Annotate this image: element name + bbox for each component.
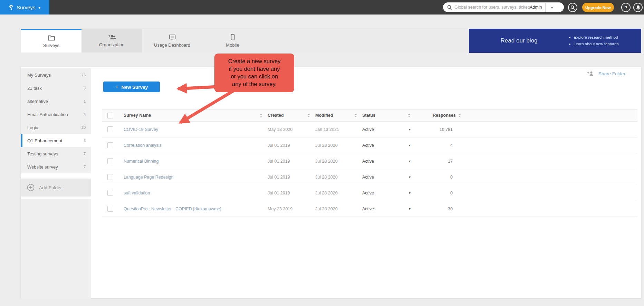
- search-icon: [570, 5, 575, 10]
- add-folder-label: Add Folder: [39, 185, 62, 190]
- header-modified: Modified: [310, 113, 357, 118]
- modified-date: Jul 28 2020: [315, 207, 338, 211]
- sidebar-folder-item[interactable]: alternative1: [21, 95, 91, 108]
- notifications-button[interactable]: [633, 3, 643, 12]
- header-created: Created: [262, 113, 310, 118]
- folder-count: 9: [84, 86, 86, 90]
- row-checkbox[interactable]: [107, 190, 113, 196]
- status-dropdown-caret[interactable]: ▾: [409, 159, 411, 163]
- folder-count: 6: [84, 138, 86, 143]
- folder-count: 7: [84, 152, 86, 156]
- modified-date: Jul 28 2020: [315, 159, 338, 164]
- tab-label: Usage Dashboard: [154, 42, 190, 48]
- sidebar-folder-item[interactable]: Email Authentication4: [21, 108, 91, 121]
- table-row: COVID-19 SurveyMay 13 2020Jan 13 2021Act…: [102, 122, 637, 137]
- sidebar-folder-item[interactable]: Website survey7: [21, 160, 91, 173]
- share-folder-label: Share Folder: [598, 71, 625, 76]
- questionpro-logo-icon: ?: [9, 4, 13, 11]
- sidebar-filler: [21, 199, 91, 299]
- folder-label: 21 task: [27, 86, 42, 91]
- tab-organization[interactable]: Organization: [81, 29, 142, 52]
- row-checkbox[interactable]: [107, 158, 113, 164]
- product-switcher[interactable]: ? Surveys ▾: [0, 0, 49, 15]
- new-survey-button[interactable]: +New Survey: [103, 82, 160, 92]
- modified-date: Jul 28 2020: [315, 143, 338, 148]
- chevron-down-icon: ▾: [38, 6, 40, 10]
- survey-name-link[interactable]: QuestionPro : Newsletter - COPIED [dtuko…: [124, 207, 221, 211]
- sidebar-folder-item[interactable]: Logic20: [21, 121, 91, 134]
- status-dropdown-caret[interactable]: ▾: [409, 191, 411, 195]
- table-row: QuestionPro : Newsletter - COPIED [dtuko…: [102, 201, 637, 217]
- folder-label: My Surveys: [27, 73, 51, 78]
- survey-name-link[interactable]: COVID-19 Survey: [124, 127, 158, 132]
- status-label: Active: [362, 143, 374, 148]
- row-checkbox[interactable]: [107, 174, 113, 180]
- folder-label: Email Authentication: [27, 112, 68, 117]
- responses-count: 0: [415, 191, 453, 195]
- row-checkbox[interactable]: [107, 206, 113, 212]
- survey-name-link[interactable]: Language Page Redesign: [124, 175, 174, 180]
- status-dropdown-caret[interactable]: ▾: [409, 207, 411, 211]
- sidebar-folder-item[interactable]: Q1 Enhancement6: [21, 134, 91, 147]
- created-date: Jul 01 2019: [268, 143, 290, 148]
- sort-icon[interactable]: [354, 114, 357, 117]
- survey-name-link[interactable]: Correlation analysis: [124, 143, 162, 148]
- sort-icon[interactable]: [260, 114, 262, 117]
- modified-date: Jan 13 2021: [315, 127, 339, 132]
- people-plus-icon: [108, 34, 116, 40]
- tab-surveys[interactable]: Surveys: [21, 29, 81, 52]
- header-survey-name: Survey Name: [118, 113, 262, 118]
- responses-count: 30: [415, 207, 453, 211]
- search-scope-dropdown[interactable]: ▾: [546, 6, 558, 9]
- sort-icon[interactable]: [307, 114, 310, 117]
- folder-label: Website survey: [27, 164, 58, 170]
- sidebar-folder-item[interactable]: Testing surveys7: [21, 147, 91, 160]
- table-header-row: Survey Name Created Modified Status Resp…: [102, 109, 637, 122]
- sidebar-folder-item[interactable]: 21 task9: [21, 82, 91, 95]
- folder-label: Logic: [27, 125, 38, 130]
- user-scope-label: Admin: [530, 5, 542, 10]
- select-all-checkbox[interactable]: [107, 113, 113, 118]
- search-icon: [447, 5, 452, 10]
- header-checkbox-cell: [102, 113, 118, 118]
- folder-label: Q1 Enhancement: [27, 138, 62, 143]
- plus-icon: +: [115, 84, 118, 90]
- content-card: My Surveys7621 task9alternative1Email Au…: [21, 67, 641, 298]
- read-our-blog-banner[interactable]: Read our blog Explore research method Le…: [469, 29, 641, 53]
- chevron-down-icon: ▾: [551, 6, 553, 9]
- modified-date: Jul 28 2020: [315, 191, 338, 195]
- created-date: Jul 01 2019: [268, 175, 290, 180]
- blog-bullet-item[interactable]: Explore research method: [569, 34, 641, 41]
- row-checkbox[interactable]: [107, 126, 113, 132]
- tab-label: Surveys: [43, 43, 59, 48]
- status-label: Active: [362, 191, 374, 195]
- row-checkbox[interactable]: [107, 142, 113, 148]
- share-folder-button[interactable]: Share Folder: [587, 71, 625, 76]
- created-date: May 13 2020: [268, 127, 292, 132]
- sidebar-folder-item[interactable]: My Surveys76: [21, 68, 91, 82]
- blog-bullet-item[interactable]: Learn about new features: [569, 41, 641, 47]
- folder-icon: [48, 35, 55, 41]
- sort-icon[interactable]: [408, 114, 411, 117]
- folder-count: 4: [84, 112, 86, 116]
- tab-mobile[interactable]: Mobile: [202, 29, 263, 52]
- survey-name-link[interactable]: Numerical Binning: [124, 159, 158, 164]
- responses-count: 0: [415, 175, 453, 180]
- status-dropdown-caret[interactable]: ▾: [409, 143, 411, 147]
- folder-label: alternative: [27, 99, 48, 104]
- search-button[interactable]: [568, 3, 577, 12]
- status-label: Active: [362, 207, 374, 211]
- bullet-icon: [569, 44, 570, 45]
- header-status: Status: [357, 113, 415, 118]
- new-survey-label: New Survey: [121, 85, 148, 90]
- responses-count: 10,781: [415, 127, 453, 132]
- survey-name-link[interactable]: soft validation: [124, 191, 150, 195]
- sort-icon[interactable]: [458, 114, 461, 117]
- status-dropdown-caret[interactable]: ▾: [409, 127, 411, 131]
- status-dropdown-caret[interactable]: ▾: [409, 175, 411, 179]
- upgrade-now-button[interactable]: Upgrade Now: [582, 3, 614, 12]
- add-folder-button[interactable]: Add Folder: [21, 179, 91, 197]
- tab-usage-dashboard[interactable]: Usage Dashboard: [142, 29, 202, 52]
- search-input[interactable]: [454, 5, 530, 10]
- help-button[interactable]: ?: [621, 3, 631, 12]
